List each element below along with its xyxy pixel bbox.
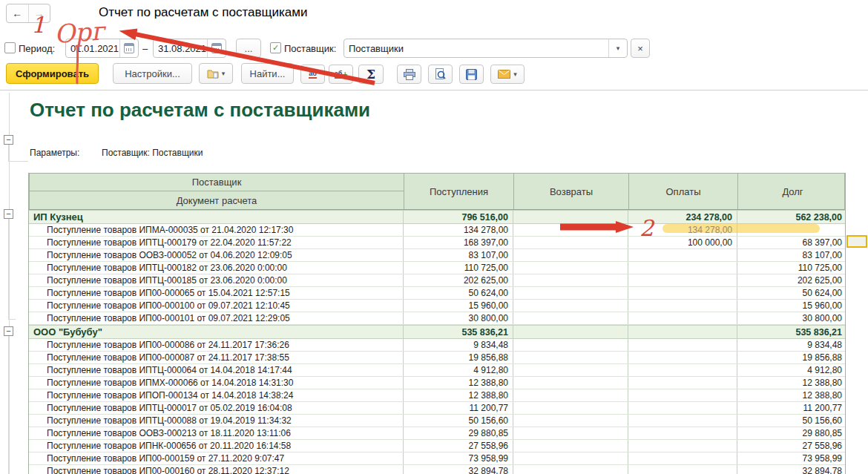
back-button[interactable]: ← [7, 4, 28, 22]
amount-cell[interactable]: 50 624,00 [403, 287, 513, 299]
amount-cell[interactable] [628, 465, 737, 474]
send-email-button[interactable]: ▾ [490, 65, 525, 84]
amount-cell[interactable] [628, 377, 737, 389]
period-to-field[interactable]: 31.08.2021 [153, 39, 226, 58]
amount-cell[interactable] [628, 389, 737, 401]
document-cell[interactable]: Поступление товаров ИПТЦ-000179 от 22.04… [29, 237, 403, 248]
amount-cell[interactable]: 15 960,00 [403, 300, 513, 312]
table-row[interactable]: Поступление товаров ИПМХ-000066 от 14.04… [29, 377, 845, 389]
amount-cell[interactable] [513, 364, 628, 376]
save-button[interactable] [459, 65, 484, 84]
calendar-button[interactable] [207, 39, 226, 57]
amount-cell[interactable] [513, 352, 628, 363]
amount-cell[interactable] [628, 402, 737, 414]
amount-cell[interactable] [628, 274, 737, 286]
document-cell[interactable]: Поступление товаров ИПОП-000134 от 14.04… [29, 389, 403, 401]
table-row[interactable]: Поступление товаров ИП00-000159 от 27.11… [29, 452, 845, 465]
forward-button[interactable]: → [28, 4, 50, 22]
amount-cell[interactable] [628, 339, 737, 351]
amount-cell[interactable] [513, 287, 628, 299]
amount-cell[interactable]: 134 278,00 [403, 224, 513, 236]
group-total-cell[interactable] [513, 326, 628, 338]
header-payments[interactable]: Оплаты [628, 174, 737, 209]
document-cell[interactable]: Поступление товаров ИП00-000159 от 27.11… [29, 452, 403, 464]
amount-cell[interactable]: 30 800,00 [737, 312, 846, 324]
document-cell[interactable]: Поступление товаров ИП00-000065 от 15.04… [29, 287, 403, 299]
table-row[interactable]: Поступление товаров ИПТЦ-000064 от 14.04… [29, 364, 845, 377]
amount-cell[interactable] [628, 287, 737, 299]
amount-cell[interactable] [628, 440, 737, 452]
amount-cell[interactable] [628, 364, 737, 376]
header-receipts[interactable]: Поступления [404, 174, 513, 209]
amount-cell[interactable]: 15 960,00 [737, 300, 846, 312]
table-row[interactable]: Поступление товаров ИП00-000065 от 15.04… [29, 287, 845, 300]
group-total-cell[interactable] [513, 211, 628, 223]
amount-cell[interactable] [628, 452, 737, 464]
amount-cell[interactable] [513, 427, 628, 439]
table-row[interactable]: Поступление товаров ИП00-000100 от 09.07… [29, 300, 845, 312]
group-total-cell[interactable]: 535 836,21 [403, 326, 513, 338]
amount-cell[interactable]: 19 856,88 [737, 352, 846, 363]
group-total-cell[interactable] [628, 326, 737, 338]
table-row[interactable]: Поступление товаров ИП00-000160 от 28.11… [29, 465, 845, 474]
document-cell[interactable]: Поступление товаров ИПТЦ-000185 от 23.06… [29, 274, 403, 286]
amount-cell[interactable]: 32 894,78 [737, 465, 846, 474]
table-row[interactable]: Поступление товаров ИПТЦ-000179 от 22.04… [29, 237, 845, 249]
amount-cell[interactable]: 83 107,00 [403, 249, 513, 261]
group-name-cell[interactable]: ООО "Бубубу" [29, 326, 403, 338]
amount-cell[interactable]: 27 558,96 [403, 440, 513, 452]
spellcheck-button[interactable]: аб [300, 65, 325, 84]
amount-cell[interactable] [513, 249, 628, 261]
table-row[interactable]: Поступление товаров ИП00-000087 от 24.11… [29, 352, 845, 364]
table-row[interactable]: Поступление товаров ИПТЦ-000017 от 05.02… [29, 402, 845, 415]
amount-cell[interactable] [513, 402, 628, 414]
amount-cell[interactable]: 50 156,60 [403, 415, 513, 427]
amount-cell[interactable]: 83 107,00 [737, 249, 846, 261]
group-row[interactable]: ООО "Бубубу"535 836,21535 836,21 [29, 325, 845, 339]
header-returns[interactable]: Возвраты [513, 174, 628, 209]
supplier-value[interactable]: Поставщики [344, 43, 608, 54]
document-cell[interactable]: Поступление товаров ООВЗ-000052 от 04.06… [29, 249, 403, 261]
document-cell[interactable]: Поступление товаров ИПМА-000035 от 21.04… [29, 224, 403, 236]
calendar-button[interactable] [119, 39, 138, 57]
collapse-toggle-group2[interactable]: − [4, 326, 13, 336]
amount-cell[interactable]: 68 397,00 [737, 237, 846, 248]
collapse-toggle-group1[interactable]: − [4, 209, 13, 219]
table-row[interactable]: Поступление товаров ИП00-000086 от 24.11… [29, 339, 845, 352]
amount-cell[interactable] [513, 224, 628, 236]
generate-button[interactable]: Сформировать [6, 63, 99, 84]
amount-cell[interactable] [628, 415, 737, 427]
amount-cell[interactable]: 110 725,00 [737, 262, 846, 274]
amount-cell[interactable] [513, 377, 628, 389]
period-more-button[interactable]: ... [236, 39, 261, 58]
amount-cell[interactable] [628, 300, 737, 312]
amount-cell[interactable] [628, 352, 737, 363]
amount-cell[interactable] [628, 427, 737, 439]
amount-cell[interactable]: 9 834,48 [403, 339, 513, 351]
amount-cell[interactable] [513, 415, 628, 427]
amount-cell[interactable]: 19 856,88 [403, 352, 513, 363]
amount-cell[interactable]: 202 625,00 [403, 274, 513, 286]
document-cell[interactable]: Поступление товаров ИП00-000101 от 09.07… [29, 312, 403, 324]
period-to-value[interactable]: 31.08.2021 [154, 43, 207, 54]
amount-cell[interactable]: 12 388,80 [737, 377, 846, 389]
selected-cell-outline[interactable] [846, 235, 867, 248]
amount-cell[interactable] [513, 452, 628, 464]
table-row[interactable]: Поступление товаров ИПТЦ-000088 от 19.04… [29, 415, 845, 427]
amount-cell[interactable]: 30 800,00 [403, 312, 513, 324]
amount-cell[interactable]: 32 894,78 [403, 465, 513, 474]
find-button[interactable]: Найти... [241, 63, 294, 84]
amount-cell[interactable]: 50 156,60 [737, 415, 846, 427]
amount-cell[interactable]: 100 000,00 [628, 237, 737, 248]
supplier-combo[interactable]: Поставщики ▾ [343, 39, 628, 58]
amount-cell[interactable]: 11 200,77 [737, 402, 846, 414]
table-row[interactable]: Поступление товаров ООВЗ-000052 от 04.06… [29, 249, 845, 262]
amount-cell[interactable] [628, 312, 737, 324]
amount-cell[interactable]: 12 388,80 [403, 377, 513, 389]
amount-cell[interactable] [628, 262, 737, 274]
header-supplier[interactable]: Поставщик [30, 174, 404, 191]
amount-cell[interactable]: 4 912,80 [737, 364, 846, 376]
table-row[interactable]: Поступление товаров ИПНК-000656 от 20.11… [29, 440, 845, 452]
group-total-cell[interactable]: 796 516,00 [403, 211, 513, 223]
collapse-toggle-report[interactable]: − [4, 135, 13, 145]
